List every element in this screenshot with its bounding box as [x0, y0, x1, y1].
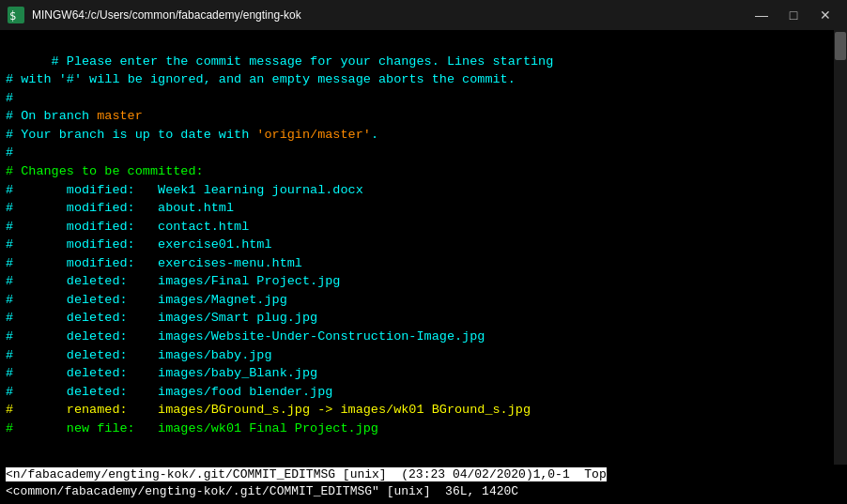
scrollbar-thumb — [835, 32, 846, 60]
terminal-window: $ MINGW64:/c/Users/common/fabacademy/eng… — [0, 0, 847, 504]
terminal-text: # Please enter the commit message for yo… — [6, 34, 841, 456]
titlebar-controls: — □ ✕ — [747, 6, 839, 24]
status-highlight-1: <n/fabacademy/engting-kok/.git/COMMIT_ED… — [6, 467, 607, 481]
status-line-1: <n/fabacademy/engting-kok/.git/COMMIT_ED… — [6, 466, 841, 483]
titlebar-left: $ MINGW64:/c/Users/common/fabacademy/eng… — [8, 7, 301, 23]
titlebar: $ MINGW64:/c/Users/common/fabacademy/eng… — [0, 0, 847, 30]
window-title: MINGW64:/c/Users/common/fabacademy/engti… — [32, 8, 301, 22]
status-text-2: <common/fabacademy/engting-kok/.git/COMM… — [6, 484, 518, 498]
maximize-button[interactable]: □ — [779, 6, 808, 24]
minimize-button[interactable]: — — [747, 6, 776, 24]
status-bar: <n/fabacademy/engting-kok/.git/COMMIT_ED… — [0, 465, 847, 504]
terminal-icon: $ — [8, 7, 24, 23]
scrollbar[interactable] — [834, 30, 847, 465]
svg-text:$: $ — [9, 9, 16, 23]
terminal-content[interactable]: # Please enter the commit message for yo… — [0, 30, 847, 465]
close-button[interactable]: ✕ — [811, 6, 839, 24]
status-line-2: <common/fabacademy/engting-kok/.git/COMM… — [6, 483, 841, 500]
